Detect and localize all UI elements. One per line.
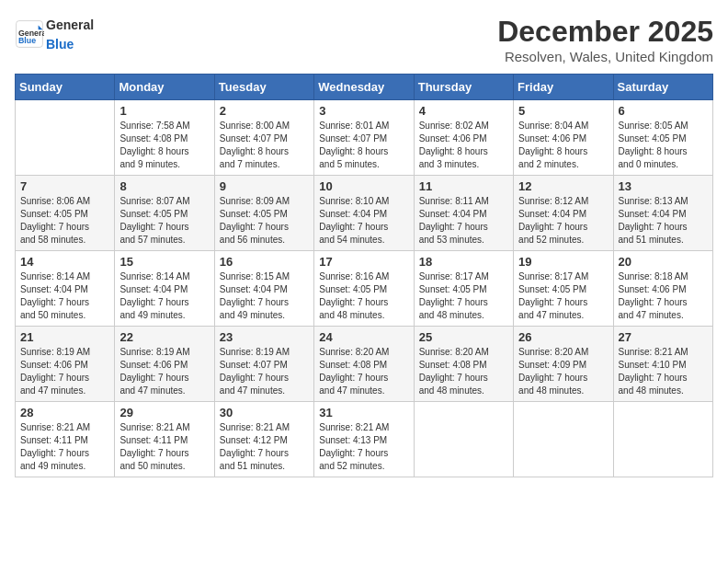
- day-number: 15: [119, 255, 209, 269]
- day-info: Sunrise: 8:05 AM Sunset: 4:05 PM Dayligh…: [619, 120, 708, 171]
- calendar-week-4: 21Sunrise: 8:19 AM Sunset: 4:06 PM Dayli…: [16, 327, 713, 402]
- day-number: 13: [619, 179, 708, 193]
- day-number: 5: [518, 104, 608, 118]
- day-header-monday: Monday: [115, 75, 214, 100]
- day-info: Sunrise: 8:21 AM Sunset: 4:11 PM Dayligh…: [20, 421, 109, 473]
- calendar-cell: 1Sunrise: 7:58 AM Sunset: 4:08 PM Daylig…: [115, 100, 214, 176]
- calendar-cell: 30Sunrise: 8:21 AM Sunset: 4:12 PM Dayli…: [214, 402, 313, 477]
- day-info: Sunrise: 8:04 AM Sunset: 4:06 PM Dayligh…: [518, 120, 608, 171]
- day-number: 6: [619, 104, 708, 118]
- logo: General Blue General Blue: [15, 15, 94, 53]
- day-header-tuesday: Tuesday: [214, 75, 313, 100]
- day-info: Sunrise: 8:14 AM Sunset: 4:04 PM Dayligh…: [119, 270, 209, 322]
- day-info: Sunrise: 8:14 AM Sunset: 4:04 PM Dayligh…: [20, 270, 109, 322]
- calendar-cell: [514, 402, 613, 477]
- day-number: 12: [518, 179, 608, 193]
- calendar-cell: 19Sunrise: 8:17 AM Sunset: 4:05 PM Dayli…: [514, 251, 613, 327]
- calendar-header-row: SundayMondayTuesdayWednesdayThursdayFrid…: [16, 75, 713, 100]
- day-number: 14: [20, 255, 109, 269]
- day-info: Sunrise: 8:19 AM Sunset: 4:07 PM Dayligh…: [220, 346, 309, 397]
- day-header-thursday: Thursday: [414, 75, 513, 100]
- calendar-cell: 14Sunrise: 8:14 AM Sunset: 4:04 PM Dayli…: [16, 251, 115, 327]
- logo-blue: Blue: [46, 37, 74, 52]
- day-number: 16: [220, 255, 309, 269]
- calendar-cell: 2Sunrise: 8:00 AM Sunset: 4:07 PM Daylig…: [214, 100, 313, 176]
- calendar-cell: 21Sunrise: 8:19 AM Sunset: 4:06 PM Dayli…: [16, 327, 115, 402]
- calendar-cell: 15Sunrise: 8:14 AM Sunset: 4:04 PM Dayli…: [115, 251, 214, 327]
- calendar-cell: 29Sunrise: 8:21 AM Sunset: 4:11 PM Dayli…: [115, 402, 214, 477]
- calendar-cell: 24Sunrise: 8:20 AM Sunset: 4:08 PM Dayli…: [314, 327, 414, 402]
- day-info: Sunrise: 8:20 AM Sunset: 4:09 PM Dayligh…: [518, 346, 608, 397]
- day-number: 23: [220, 330, 309, 344]
- day-number: 3: [319, 104, 408, 118]
- calendar-cell: 18Sunrise: 8:17 AM Sunset: 4:05 PM Dayli…: [414, 251, 513, 327]
- day-number: 31: [319, 406, 408, 419]
- day-header-wednesday: Wednesday: [314, 75, 414, 100]
- calendar-cell: [16, 100, 115, 176]
- day-number: 2: [220, 104, 309, 118]
- day-info: Sunrise: 8:00 AM Sunset: 4:07 PM Dayligh…: [220, 120, 309, 171]
- day-number: 30: [220, 406, 309, 419]
- day-info: Sunrise: 8:19 AM Sunset: 4:06 PM Dayligh…: [119, 346, 209, 397]
- day-number: 28: [20, 406, 109, 419]
- day-number: 17: [319, 255, 408, 269]
- month-title: December 2025: [497, 15, 713, 49]
- day-info: Sunrise: 8:12 AM Sunset: 4:04 PM Dayligh…: [518, 195, 608, 247]
- calendar-cell: 22Sunrise: 8:19 AM Sunset: 4:06 PM Dayli…: [115, 327, 214, 402]
- day-header-friday: Friday: [514, 75, 613, 100]
- day-number: 25: [419, 330, 508, 344]
- day-number: 9: [220, 179, 309, 193]
- day-info: Sunrise: 8:20 AM Sunset: 4:08 PM Dayligh…: [419, 346, 508, 397]
- day-number: 10: [319, 179, 408, 193]
- day-info: Sunrise: 8:01 AM Sunset: 4:07 PM Dayligh…: [319, 120, 408, 171]
- day-info: Sunrise: 8:07 AM Sunset: 4:05 PM Dayligh…: [119, 195, 209, 247]
- day-info: Sunrise: 8:21 AM Sunset: 4:11 PM Dayligh…: [119, 421, 209, 473]
- day-number: 4: [419, 104, 508, 118]
- svg-text:Blue: Blue: [18, 36, 36, 45]
- calendar-cell: 10Sunrise: 8:10 AM Sunset: 4:04 PM Dayli…: [314, 176, 414, 251]
- day-info: Sunrise: 8:02 AM Sunset: 4:06 PM Dayligh…: [419, 120, 508, 171]
- day-number: 8: [119, 179, 209, 193]
- day-info: Sunrise: 8:06 AM Sunset: 4:05 PM Dayligh…: [20, 195, 109, 247]
- day-number: 18: [419, 255, 508, 269]
- day-header-sunday: Sunday: [16, 75, 115, 100]
- day-info: Sunrise: 7:58 AM Sunset: 4:08 PM Dayligh…: [119, 120, 209, 171]
- day-info: Sunrise: 8:15 AM Sunset: 4:04 PM Dayligh…: [220, 270, 309, 322]
- calendar-cell: 25Sunrise: 8:20 AM Sunset: 4:08 PM Dayli…: [414, 327, 513, 402]
- calendar-cell: 28Sunrise: 8:21 AM Sunset: 4:11 PM Dayli…: [16, 402, 115, 477]
- calendar-cell: 5Sunrise: 8:04 AM Sunset: 4:06 PM Daylig…: [514, 100, 613, 176]
- calendar-cell: 17Sunrise: 8:16 AM Sunset: 4:05 PM Dayli…: [314, 251, 414, 327]
- day-number: 29: [119, 406, 209, 419]
- day-info: Sunrise: 8:19 AM Sunset: 4:06 PM Dayligh…: [20, 346, 109, 397]
- day-info: Sunrise: 8:17 AM Sunset: 4:05 PM Dayligh…: [518, 270, 608, 322]
- day-info: Sunrise: 8:21 AM Sunset: 4:13 PM Dayligh…: [319, 421, 408, 473]
- calendar-week-5: 28Sunrise: 8:21 AM Sunset: 4:11 PM Dayli…: [16, 402, 713, 477]
- logo-icon: General Blue: [15, 19, 44, 49]
- day-info: Sunrise: 8:13 AM Sunset: 4:04 PM Dayligh…: [619, 195, 708, 247]
- calendar-cell: 8Sunrise: 8:07 AM Sunset: 4:05 PM Daylig…: [115, 176, 214, 251]
- calendar-cell: 26Sunrise: 8:20 AM Sunset: 4:09 PM Dayli…: [514, 327, 613, 402]
- calendar-week-2: 7Sunrise: 8:06 AM Sunset: 4:05 PM Daylig…: [16, 176, 713, 251]
- calendar-cell: 20Sunrise: 8:18 AM Sunset: 4:06 PM Dayli…: [613, 251, 712, 327]
- day-number: 7: [20, 179, 109, 193]
- calendar-cell: 7Sunrise: 8:06 AM Sunset: 4:05 PM Daylig…: [16, 176, 115, 251]
- calendar-cell: [613, 402, 712, 477]
- day-info: Sunrise: 8:17 AM Sunset: 4:05 PM Dayligh…: [419, 270, 508, 322]
- calendar-week-3: 14Sunrise: 8:14 AM Sunset: 4:04 PM Dayli…: [16, 251, 713, 327]
- day-number: 20: [619, 255, 708, 269]
- day-number: 21: [20, 330, 109, 344]
- day-number: 22: [119, 330, 209, 344]
- calendar-cell: 27Sunrise: 8:21 AM Sunset: 4:10 PM Dayli…: [613, 327, 712, 402]
- calendar-table: SundayMondayTuesdayWednesdayThursdayFrid…: [15, 74, 713, 477]
- title-block: December 2025 Resolven, Wales, United Ki…: [497, 15, 713, 64]
- day-info: Sunrise: 8:21 AM Sunset: 4:10 PM Dayligh…: [619, 346, 708, 397]
- calendar-cell: 6Sunrise: 8:05 AM Sunset: 4:05 PM Daylig…: [613, 100, 712, 176]
- day-number: 1: [119, 104, 209, 118]
- calendar-cell: 16Sunrise: 8:15 AM Sunset: 4:04 PM Dayli…: [214, 251, 313, 327]
- day-info: Sunrise: 8:18 AM Sunset: 4:06 PM Dayligh…: [619, 270, 708, 322]
- calendar-week-1: 1Sunrise: 7:58 AM Sunset: 4:08 PM Daylig…: [16, 100, 713, 176]
- calendar-cell: 11Sunrise: 8:11 AM Sunset: 4:04 PM Dayli…: [414, 176, 513, 251]
- day-number: 11: [419, 179, 508, 193]
- day-info: Sunrise: 8:09 AM Sunset: 4:05 PM Dayligh…: [220, 195, 309, 247]
- calendar-cell: 3Sunrise: 8:01 AM Sunset: 4:07 PM Daylig…: [314, 100, 414, 176]
